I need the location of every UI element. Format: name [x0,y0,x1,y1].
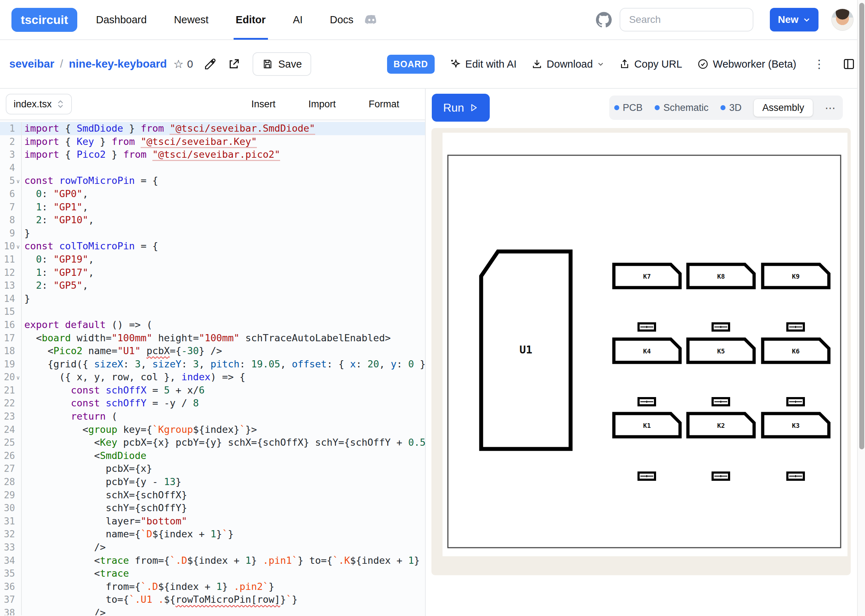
download-button[interactable]: Download [532,58,604,70]
code-line-33[interactable]: 33 /> [0,541,425,554]
view-tab-schematic[interactable]: Schematic [655,102,708,113]
fold-marker-icon [15,148,22,161]
line-number: 4 [0,161,15,174]
view-tab-pcb[interactable]: PCB [614,102,643,113]
code-line-34[interactable]: 34 <trace from={`.D${index + 1} .pin1`} … [0,554,425,567]
code-line-1[interactable]: 1import { SmdDiode } from "@tsci/seveiba… [0,122,425,135]
line-number: 14 [0,292,15,305]
code-line-5[interactable]: 5∨const rowToMicroPin = { [0,174,425,187]
nav-item-editor[interactable]: Editor [236,0,266,40]
code-line-38[interactable]: 38 /> [0,607,425,615]
code-line-19[interactable]: 19 {grid({ sizeX: 3, sizeY: 3, pitch: 19… [0,358,425,371]
share-icon[interactable] [228,58,240,71]
code-line-29[interactable]: 29 schX={schOffX} [0,489,425,502]
code-text: <trace [22,567,129,580]
code-line-2[interactable]: 2import { Key } from "@tsci/seveibar.Key… [0,135,425,148]
tscircuit-logo[interactable]: tscircuit [11,8,77,32]
copy-url-button[interactable]: Copy URL [619,58,682,70]
new-button[interactable]: New [770,8,818,31]
nav-item-ai[interactable]: AI [293,0,303,40]
editor-menu-import[interactable]: Import [308,99,336,110]
more-menu-icon[interactable]: ⋮ [811,57,827,71]
code-line-16[interactable]: 16export default () => ( [0,318,425,332]
code-line-14[interactable]: 14} [0,292,425,305]
fold-marker-icon [15,462,22,475]
code-line-20[interactable]: 20∨ ({ x, y, row, col }, index) => { [0,371,425,384]
key-label-k7: K7 [643,273,651,280]
code-line-13[interactable]: 13 2: "GP5", [0,279,425,292]
fold-marker-icon[interactable]: ∨ [15,174,22,187]
tabs-more-icon[interactable]: ⋯ [825,102,838,114]
code-line-36[interactable]: 36 from={`.D${index + 1} .pin2`} [0,580,425,594]
panel-toggle-icon[interactable] [842,57,856,71]
code-line-22[interactable]: 22 const schOffY = -y / 8 [0,397,425,410]
github-icon[interactable] [596,12,612,28]
fold-marker-icon [15,436,22,449]
file-selector[interactable]: index.tsx [6,94,72,115]
code-line-6[interactable]: 6 0: "GP0", [0,187,425,201]
code-line-18[interactable]: 18 <Pico2 name="U1" pcbX={-30} /> [0,344,425,358]
breadcrumb-project[interactable]: nine-key-keyboard [69,58,167,71]
fold-marker-icon [15,541,22,554]
code-line-17[interactable]: 17 <board width="100mm" height="100mm" s… [0,332,425,345]
view-tab-3d[interactable]: 3D [721,102,742,113]
code-line-21[interactable]: 21 const schOffX = 5 + x/6 [0,384,425,397]
nav-item-docs[interactable]: Docs [330,0,353,40]
editor-menu-format[interactable]: Format [369,99,399,110]
play-icon [469,103,478,112]
code-line-32[interactable]: 32 name={`D${index + 1}`} [0,528,425,541]
nav-item-newest[interactable]: Newest [174,0,209,40]
breadcrumb-owner[interactable]: seveibar [9,58,54,71]
fold-marker-icon[interactable]: ∨ [15,371,22,384]
code-area[interactable]: 1import { SmdDiode } from "@tsci/seveiba… [0,120,425,615]
code-line-7[interactable]: 7 1: "GP1", [0,201,425,214]
nav-item-dashboard[interactable]: Dashboard [96,0,147,40]
code-text: 0: "GP19", [22,253,94,266]
line-number: 20 [0,371,15,384]
edit-pencil-icon[interactable] [204,58,217,71]
avatar[interactable] [831,9,854,31]
code-line-26[interactable]: 26 <SmdDiode [0,449,425,462]
star-counter[interactable]: ☆ 0 [173,57,193,71]
code-line-31[interactable]: 31 layer="bottom" [0,515,425,528]
code-line-28[interactable]: 28 pcbY={y - 13} [0,475,425,489]
code-text: pcbY={y - 13} [22,475,181,489]
code-line-37[interactable]: 37 to={`.U1 .${rowToMicroPin[row]}`} [0,593,425,607]
code-text [22,161,24,174]
code-line-35[interactable]: 35 <trace [0,567,425,580]
edit-with-ai-label: Edit with AI [465,58,516,70]
code-line-24[interactable]: 24 <group key={`Kgroup${index}`}> [0,423,425,437]
code-line-8[interactable]: 8 2: "GP10", [0,214,425,227]
discord-icon[interactable] [364,13,378,27]
scrollbar-thumb[interactable] [859,3,864,449]
view-tab-assembly[interactable]: Assembly [754,99,813,116]
code-text: const colToMicroPin = { [22,240,158,253]
code-line-25[interactable]: 25 <Key pcbX={x} pcbY={y} schX={schOffX}… [0,436,425,449]
code-text: export default () => ( [22,318,152,332]
code-line-3[interactable]: 3import { Pico2 } from "@tsci/seveibar.p… [0,148,425,161]
fold-marker-icon [15,489,22,502]
assembly-canvas[interactable]: U1K7K8K9K4K5K6K1K2K3 [432,128,851,575]
line-number: 33 [0,541,15,554]
code-line-9[interactable]: 9} [0,227,425,240]
board-badge[interactable]: BOARD [387,55,435,74]
code-line-23[interactable]: 23 return ( [0,410,425,423]
fold-marker-icon[interactable]: ∨ [15,240,22,253]
code-line-10[interactable]: 10∨const colToMicroPin = { [0,240,425,253]
webworker-toggle[interactable]: Webworker (Beta) [697,58,796,70]
line-number: 25 [0,436,15,449]
window-scrollbar[interactable] [857,0,865,616]
line-number: 18 [0,344,15,358]
code-line-30[interactable]: 30 schY={schOffY} [0,501,425,515]
edit-with-ai-button[interactable]: Edit with AI [450,58,516,70]
code-line-4[interactable]: 4 [0,161,425,174]
code-line-15[interactable]: 15 [0,305,425,318]
run-button[interactable]: Run [432,94,490,122]
code-line-12[interactable]: 12 1: "GP17", [0,266,425,280]
search-input[interactable]: Search [620,8,754,31]
code-line-27[interactable]: 27 pcbX={x} [0,462,425,475]
editor-menu-insert[interactable]: Insert [251,99,275,110]
save-button[interactable]: Save [253,52,311,76]
fold-marker-icon [15,279,22,292]
code-line-11[interactable]: 11 0: "GP19", [0,253,425,266]
